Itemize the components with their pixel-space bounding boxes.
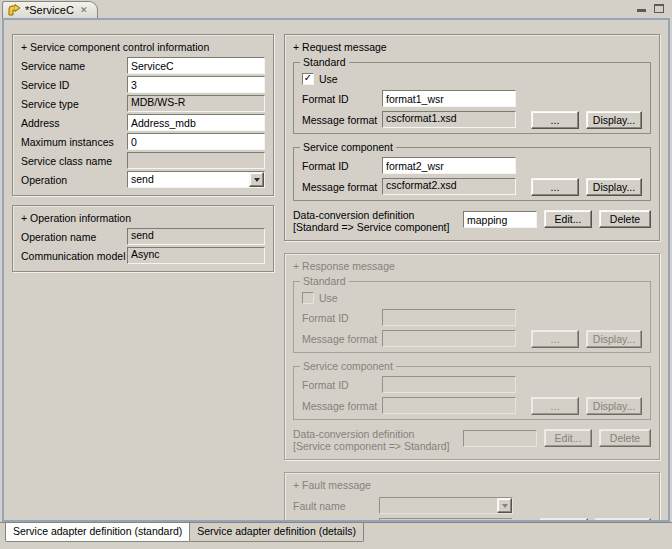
operation-select[interactable]: send bbox=[127, 171, 265, 188]
browse-button[interactable]: ... bbox=[531, 178, 579, 196]
delete-button[interactable]: Delete bbox=[599, 210, 651, 228]
format-id-label: Format ID bbox=[302, 379, 382, 391]
fault-message-section: + Fault message Fault name Message forma… bbox=[284, 472, 660, 522]
service-type-label: Service type bbox=[21, 98, 127, 110]
format-id-row: Format ID bbox=[302, 376, 642, 393]
browse-button: ... bbox=[531, 330, 579, 348]
service-name-input[interactable] bbox=[127, 57, 265, 74]
display-button[interactable]: Display... bbox=[586, 178, 642, 196]
operation-info-group: + Operation information Operation name s… bbox=[12, 205, 274, 272]
use-row: ✓ Use bbox=[302, 290, 642, 305]
message-format-row: Message format ... Display... bbox=[302, 397, 642, 414]
operation-row: Operation send bbox=[21, 171, 265, 188]
close-icon[interactable]: ✕ bbox=[78, 5, 90, 16]
address-row: Address bbox=[21, 114, 265, 131]
message-format-row: Message format ... Display... bbox=[302, 330, 642, 347]
use-checkbox: ✓ bbox=[302, 292, 314, 304]
group-title: + Service component control information bbox=[21, 40, 265, 55]
service-id-label: Service ID bbox=[21, 79, 127, 91]
display-button: Display... bbox=[586, 397, 642, 415]
service-class-name-value bbox=[127, 152, 265, 169]
response-conversion-value bbox=[463, 430, 537, 447]
message-format-row: Message format cscformat2.xsd ... Displa… bbox=[302, 178, 642, 195]
editor-tab-bar: *ServiceC ✕ bbox=[0, 0, 672, 18]
response-sc-message-format-value bbox=[382, 397, 516, 414]
message-format-label: Message format bbox=[302, 114, 382, 126]
legend-standard: Standard bbox=[300, 275, 349, 287]
legend-service-component: Service component bbox=[300, 360, 396, 372]
format-id-label: Format ID bbox=[302, 312, 382, 324]
fault-name-selected-value bbox=[380, 498, 497, 513]
dropdown-button bbox=[497, 498, 512, 513]
response-standard-format-id-value bbox=[382, 309, 516, 326]
use-checkbox[interactable]: ✓ bbox=[302, 73, 314, 85]
service-name-row: Service name bbox=[21, 57, 265, 74]
tab-service-adapter-definition-details[interactable]: Service adapter definition (details) bbox=[189, 523, 364, 542]
fault-name-row: Fault name bbox=[293, 497, 651, 514]
legend-standard: Standard bbox=[300, 56, 349, 68]
edit-button: Edit... bbox=[544, 429, 592, 447]
message-format-row: Message format cscformat1.xsd ... Displa… bbox=[302, 111, 642, 128]
minimize-icon[interactable] bbox=[637, 9, 646, 12]
section-title: + Response message bbox=[293, 259, 651, 274]
right-column: + Request message Standard ✓ Use Format … bbox=[284, 34, 660, 512]
delete-button: Delete bbox=[599, 429, 651, 447]
format-id-row: Format ID bbox=[302, 309, 642, 326]
request-standard-message-format-value: cscformat1.xsd bbox=[382, 111, 516, 128]
display-button[interactable]: Display... bbox=[586, 111, 642, 129]
format-id-row: Format ID bbox=[302, 157, 642, 174]
communication-model-value: Async bbox=[127, 247, 265, 264]
section-title: + Fault message bbox=[293, 478, 651, 493]
maximum-instances-label: Maximum instances bbox=[21, 136, 127, 148]
operation-name-value: send bbox=[127, 228, 265, 245]
use-row: ✓ Use bbox=[302, 71, 642, 86]
response-message-section: + Response message Standard ✓ Use Format… bbox=[284, 253, 660, 460]
response-conversion-row: Data-conversion definition [Service comp… bbox=[293, 427, 651, 452]
chevron-down-icon bbox=[502, 504, 508, 508]
editor-area: + Service component control information … bbox=[2, 18, 670, 522]
address-label: Address bbox=[21, 117, 127, 129]
request-sc-format-id-input[interactable] bbox=[382, 157, 516, 174]
format-id-label: Format ID bbox=[302, 160, 382, 172]
browse-button[interactable]: ... bbox=[531, 111, 579, 129]
data-conversion-label: Data-conversion definition [Standard => … bbox=[293, 208, 463, 233]
editor-tab-title: *ServiceC bbox=[25, 4, 74, 16]
display-button: Display... bbox=[586, 330, 642, 348]
dropdown-button[interactable] bbox=[249, 172, 264, 187]
response-service-component-group: Service component Format ID Message form… bbox=[293, 360, 651, 420]
service-component-control-info-group: + Service component control information … bbox=[12, 34, 274, 196]
operation-selected-value: send bbox=[128, 172, 249, 187]
group-title: + Operation information bbox=[21, 211, 265, 226]
checkmark-icon: ✓ bbox=[304, 73, 312, 83]
response-standard-message-format-value bbox=[382, 330, 516, 347]
data-conversion-label: Data-conversion definition [Service comp… bbox=[293, 427, 463, 452]
maximize-icon[interactable] bbox=[654, 4, 664, 13]
use-label: Use bbox=[319, 73, 338, 85]
service-id-row: Service ID bbox=[21, 76, 265, 93]
request-conversion-row: Data-conversion definition [Standard => … bbox=[293, 208, 651, 233]
request-message-section: + Request message Standard ✓ Use Format … bbox=[284, 34, 660, 241]
editor-tab-servicec[interactable]: *ServiceC ✕ bbox=[2, 1, 98, 18]
communication-model-row: Communication model Async bbox=[21, 247, 265, 264]
service-id-input[interactable] bbox=[127, 76, 265, 93]
request-conversion-input[interactable] bbox=[463, 211, 537, 228]
request-standard-format-id-input[interactable] bbox=[382, 90, 516, 107]
section-title: + Request message bbox=[293, 40, 651, 55]
legend-service-component: Service component bbox=[300, 141, 396, 153]
edit-button[interactable]: Edit... bbox=[544, 210, 592, 228]
service-class-name-row: Service class name bbox=[21, 152, 265, 169]
fault-name-label: Fault name bbox=[293, 500, 379, 512]
tab-service-adapter-definition-standard[interactable]: Service adapter definition (standard) bbox=[5, 523, 190, 542]
operation-name-label: Operation name bbox=[21, 231, 127, 243]
address-input[interactable] bbox=[127, 114, 265, 131]
browse-button: ... bbox=[531, 397, 579, 415]
operation-label: Operation bbox=[21, 174, 127, 186]
service-type-row: Service type MDB/WS-R bbox=[21, 95, 265, 112]
service-type-value: MDB/WS-R bbox=[127, 95, 265, 112]
service-adapter-icon bbox=[7, 4, 21, 17]
format-id-label: Format ID bbox=[302, 93, 382, 105]
communication-model-label: Communication model bbox=[21, 250, 127, 262]
maximum-instances-row: Maximum instances bbox=[21, 133, 265, 150]
maximum-instances-input[interactable] bbox=[127, 133, 265, 150]
request-sc-message-format-value: cscformat2.xsd bbox=[382, 178, 516, 195]
